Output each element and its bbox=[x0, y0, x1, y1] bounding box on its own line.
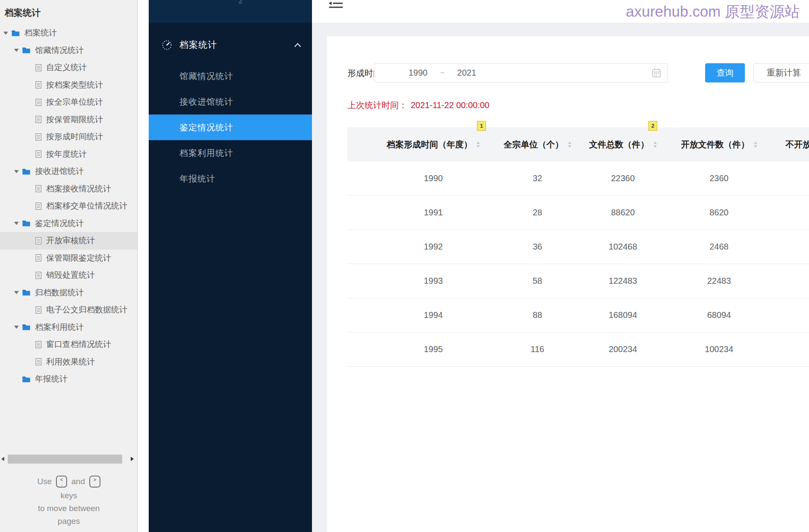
main-header: axurehub.com 原型资源站 bbox=[312, 0, 809, 23]
query-button[interactable]: 查询 bbox=[705, 63, 745, 82]
expand-caret-icon[interactable] bbox=[3, 32, 8, 35]
tree-item[interactable]: 档案接收情况统计 bbox=[0, 180, 137, 198]
tree-item-label: 按年度统计 bbox=[46, 149, 87, 160]
page-icon bbox=[35, 99, 41, 106]
table-header-row: 档案形成时间（年度） 全宗单位（个） 文件总数（件） 开放文件数（件） 不开放文… bbox=[347, 127, 809, 162]
tree-item[interactable]: 按档案类型统计 bbox=[0, 76, 137, 94]
range-end-value[interactable]: 2021 bbox=[457, 68, 477, 78]
tree-item-label: 按形成时间统计 bbox=[46, 131, 103, 142]
tree-item-label: 按保管期限统计 bbox=[46, 114, 103, 125]
hint-use: Use bbox=[37, 475, 52, 488]
tree-item[interactable]: 按形成时间统计 bbox=[0, 128, 137, 146]
expand-caret-icon[interactable] bbox=[14, 49, 19, 52]
sort-arrows-icon[interactable] bbox=[568, 141, 571, 148]
tree-item[interactable]: 窗口查档情况统计 bbox=[0, 336, 137, 353]
table-row: 1992 36 102468 2468 bbox=[347, 230, 809, 264]
expand-caret-icon[interactable] bbox=[14, 326, 19, 329]
page-icon bbox=[35, 272, 41, 279]
footnote-badge-top: 2 bbox=[238, 0, 242, 6]
cell-file-total: 168094 bbox=[581, 310, 665, 320]
cell-year: 1993 bbox=[347, 276, 494, 286]
cell-fonds-count: 88 bbox=[494, 310, 581, 320]
cell-year: 1995 bbox=[347, 344, 494, 354]
cell-open-files: 2360 bbox=[665, 173, 774, 183]
tree-item-label: 馆藏情况统计 bbox=[35, 45, 84, 56]
tree-item[interactable]: 按保管期限统计 bbox=[0, 111, 137, 129]
sort-arrows-icon[interactable] bbox=[653, 141, 657, 148]
app-sidebar: 2 档案统计 馆藏情况统计接收进馆统计鉴定情况统计档案利用统计年报统计 bbox=[149, 0, 312, 532]
tree-item-label: 档案移交单位情况统计 bbox=[46, 200, 127, 212]
tree-item[interactable]: 按年度统计 bbox=[0, 146, 137, 163]
tree-item[interactable]: 馆藏情况统计 bbox=[0, 42, 137, 59]
page-icon bbox=[35, 185, 41, 192]
tree-item[interactable]: 销毁处置统计 bbox=[0, 267, 137, 284]
page-icon bbox=[35, 150, 41, 158]
last-stat-line: 上次统计时间：2021-11-22 00:00:00 bbox=[347, 100, 489, 111]
tree-item[interactable]: 档案统计 bbox=[0, 24, 137, 42]
expand-caret-icon[interactable] bbox=[14, 170, 19, 173]
nav-menu: 馆藏情况统计接收进馆统计鉴定情况统计档案利用统计年报统计 bbox=[149, 63, 312, 191]
tree-item-label: 电子公文归档数据统计 bbox=[46, 304, 127, 315]
table-row: 1991 28 88620 8620 bbox=[347, 196, 809, 230]
hint-line3: to move between bbox=[0, 502, 138, 515]
nav-menu-item[interactable]: 鉴定情况统计 bbox=[149, 115, 312, 140]
footnote-badge-2[interactable]: 2 bbox=[648, 121, 657, 131]
tree-item-label: 归档数据统计 bbox=[35, 287, 84, 298]
tree-item[interactable]: 利用效果统计 bbox=[0, 353, 137, 371]
nav-menu-item[interactable]: 档案利用统计 bbox=[149, 140, 312, 166]
folder-icon bbox=[22, 376, 30, 382]
sitemap-title: 档案统计 bbox=[5, 7, 41, 19]
tree-item[interactable]: 档案利用统计 bbox=[0, 319, 137, 336]
cell-file-total: 122483 bbox=[581, 276, 665, 286]
calendar-icon[interactable] bbox=[652, 68, 661, 77]
tree-item[interactable]: 档案移交单位情况统计 bbox=[0, 197, 137, 215]
sort-arrows-icon[interactable] bbox=[754, 141, 757, 148]
page-icon bbox=[35, 81, 41, 88]
tree-item[interactable]: 保管期限鉴定统计 bbox=[0, 250, 137, 267]
column-header[interactable]: 不开放文件数（件） bbox=[774, 139, 809, 150]
tree-item[interactable]: 接收进馆统计 bbox=[0, 163, 137, 180]
range-start-value[interactable]: 1990 bbox=[409, 68, 428, 78]
column-header[interactable]: 全宗单位（个） bbox=[494, 139, 581, 150]
tree-item[interactable]: 开放审核统计 bbox=[0, 232, 137, 250]
collapse-menu-icon[interactable] bbox=[328, 1, 344, 9]
recalculate-button[interactable]: 重新计算 bbox=[753, 63, 809, 82]
scroll-left-arrow-icon[interactable] bbox=[1, 457, 4, 461]
column-header-label: 档案形成时间（年度） bbox=[387, 139, 472, 150]
sitemap-tree: 档案统计 馆藏情况统计 bbox=[0, 24, 137, 388]
scrollbar-thumb[interactable] bbox=[8, 455, 122, 464]
range-separator: ~ bbox=[441, 69, 444, 77]
cell-fonds-count: 32 bbox=[494, 173, 581, 183]
tree-item[interactable]: 电子公文归档数据统计 bbox=[0, 301, 137, 319]
expand-caret-icon[interactable] bbox=[14, 222, 19, 225]
watermark: axurehub.com 原型资源站 bbox=[626, 2, 800, 22]
tree-item-label: 按全宗单位统计 bbox=[46, 97, 103, 108]
footnote-badge-1[interactable]: 1 bbox=[477, 121, 486, 131]
sort-arrows-icon[interactable] bbox=[477, 141, 480, 148]
tree-item[interactable]: 鉴定情况统计 bbox=[0, 215, 137, 232]
nav-menu-item[interactable]: 接收进馆统计 bbox=[149, 89, 312, 115]
hint-line4: pages bbox=[0, 515, 138, 528]
date-range-input[interactable]: 1990 ~ 2021 bbox=[374, 63, 668, 82]
sitemap-scrollbar[interactable] bbox=[0, 454, 138, 464]
nav-menu-item[interactable]: 馆藏情况统计 bbox=[149, 63, 312, 89]
tree-item[interactable]: 归档数据统计 bbox=[0, 284, 137, 302]
expand-caret-icon[interactable] bbox=[14, 291, 19, 294]
nav-group-header[interactable]: 档案统计 bbox=[149, 33, 312, 56]
column-header[interactable]: 文件总数（件） bbox=[581, 139, 665, 150]
tree-item-label: 年报统计 bbox=[35, 373, 68, 385]
column-header[interactable]: 档案形成时间（年度） bbox=[347, 139, 494, 150]
tree-item[interactable]: 按全宗单位统计 bbox=[0, 94, 137, 111]
table-row: 1993 58 122483 22483 bbox=[347, 264, 809, 298]
tree-item[interactable]: 年报统计 bbox=[0, 370, 137, 388]
column-header[interactable]: 开放文件数（件） bbox=[665, 139, 774, 150]
scroll-right-arrow-icon[interactable] bbox=[131, 457, 134, 461]
folder-icon bbox=[22, 324, 30, 330]
tree-item[interactable]: 自定义统计 bbox=[0, 59, 137, 76]
tree-item-label: 按档案类型统计 bbox=[46, 79, 103, 91]
cell-open-files: 100234 bbox=[665, 344, 774, 354]
dashboard-gauge-icon bbox=[162, 40, 172, 50]
nav-menu-item[interactable]: 年报统计 bbox=[149, 166, 312, 191]
table-row: 1995 116 200234 100234 bbox=[347, 332, 809, 367]
page-icon bbox=[35, 133, 41, 141]
